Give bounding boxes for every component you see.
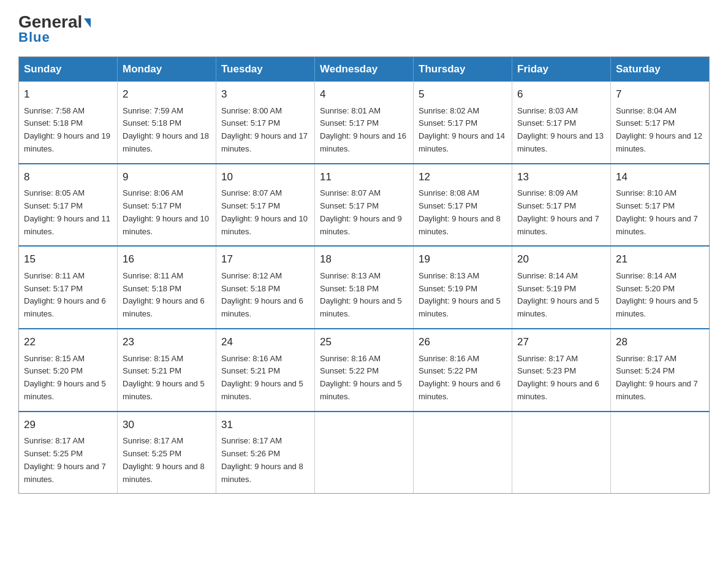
day-number: 20: [517, 251, 605, 267]
day-info: Sunrise: 8:07 AMSunset: 5:17 PMDaylight:…: [320, 188, 402, 236]
day-cell: 22 Sunrise: 8:15 AMSunset: 5:20 PMDaylig…: [19, 329, 118, 412]
day-of-week-friday: Friday: [512, 57, 611, 82]
day-cell: 8 Sunrise: 8:05 AMSunset: 5:17 PMDayligh…: [19, 164, 118, 247]
day-info: Sunrise: 8:16 AMSunset: 5:22 PMDaylight:…: [320, 354, 402, 401]
day-cell: 9 Sunrise: 8:06 AMSunset: 5:17 PMDayligh…: [118, 164, 216, 247]
day-info: Sunrise: 8:16 AMSunset: 5:22 PMDaylight:…: [419, 354, 501, 401]
day-number: 2: [123, 86, 211, 102]
week-row-3: 15 Sunrise: 8:11 AMSunset: 5:17 PMDaylig…: [19, 246, 710, 329]
day-number: 7: [616, 86, 704, 102]
day-number: 31: [221, 417, 309, 433]
day-info: Sunrise: 8:01 AMSunset: 5:17 PMDaylight:…: [320, 106, 406, 153]
day-cell: [414, 412, 512, 494]
day-cell: 27 Sunrise: 8:17 AMSunset: 5:23 PMDaylig…: [512, 329, 611, 412]
day-number: 27: [517, 334, 605, 350]
logo: General Blue: [18, 12, 91, 45]
day-number: 21: [616, 251, 704, 267]
day-cell: 4 Sunrise: 8:01 AMSunset: 5:17 PMDayligh…: [315, 82, 414, 164]
week-row-1: 1 Sunrise: 7:58 AMSunset: 5:18 PMDayligh…: [19, 82, 710, 164]
day-info: Sunrise: 8:17 AMSunset: 5:23 PMDaylight:…: [517, 354, 599, 401]
day-info: Sunrise: 8:15 AMSunset: 5:21 PMDaylight:…: [123, 354, 205, 401]
day-cell: 15 Sunrise: 8:11 AMSunset: 5:17 PMDaylig…: [19, 246, 118, 329]
day-info: Sunrise: 8:09 AMSunset: 5:17 PMDaylight:…: [517, 188, 599, 236]
day-number: 29: [24, 417, 112, 433]
day-number: 5: [419, 86, 507, 102]
day-cell: 23 Sunrise: 8:15 AMSunset: 5:21 PMDaylig…: [118, 329, 216, 412]
day-header-row: SundayMondayTuesdayWednesdayThursdayFrid…: [19, 57, 710, 82]
day-info: Sunrise: 8:17 AMSunset: 5:24 PMDaylight:…: [616, 354, 698, 401]
calendar-table: SundayMondayTuesdayWednesdayThursdayFrid…: [18, 56, 710, 494]
day-number: 12: [419, 169, 507, 185]
day-cell: 13 Sunrise: 8:09 AMSunset: 5:17 PMDaylig…: [512, 164, 611, 247]
day-info: Sunrise: 8:03 AMSunset: 5:17 PMDaylight:…: [517, 106, 604, 153]
day-of-week-saturday: Saturday: [611, 57, 710, 82]
day-of-week-wednesday: Wednesday: [315, 57, 414, 82]
day-number: 30: [123, 417, 211, 433]
day-cell: 17 Sunrise: 8:12 AMSunset: 5:18 PMDaylig…: [216, 246, 315, 329]
page-header: General Blue: [18, 12, 710, 45]
day-info: Sunrise: 8:16 AMSunset: 5:21 PMDaylight:…: [221, 354, 303, 401]
day-cell: 11 Sunrise: 8:07 AMSunset: 5:17 PMDaylig…: [315, 164, 414, 247]
day-number: 11: [320, 169, 408, 185]
day-info: Sunrise: 8:05 AMSunset: 5:17 PMDaylight:…: [24, 188, 110, 236]
day-number: 24: [221, 334, 309, 350]
calendar-body: 1 Sunrise: 7:58 AMSunset: 5:18 PMDayligh…: [19, 82, 710, 494]
calendar-header: SundayMondayTuesdayWednesdayThursdayFrid…: [19, 57, 710, 82]
day-cell: 7 Sunrise: 8:04 AMSunset: 5:17 PMDayligh…: [611, 82, 710, 164]
day-number: 25: [320, 334, 408, 350]
day-number: 14: [616, 169, 704, 185]
day-of-week-sunday: Sunday: [19, 57, 118, 82]
day-cell: 6 Sunrise: 8:03 AMSunset: 5:17 PMDayligh…: [512, 82, 611, 164]
day-cell: [611, 412, 710, 494]
day-info: Sunrise: 8:17 AMSunset: 5:25 PMDaylight:…: [24, 436, 106, 483]
day-cell: 30 Sunrise: 8:17 AMSunset: 5:25 PMDaylig…: [118, 412, 216, 494]
day-number: 23: [123, 334, 211, 350]
week-row-2: 8 Sunrise: 8:05 AMSunset: 5:17 PMDayligh…: [19, 164, 710, 247]
day-info: Sunrise: 8:10 AMSunset: 5:17 PMDaylight:…: [616, 188, 698, 236]
day-number: 17: [221, 251, 309, 267]
day-info: Sunrise: 8:14 AMSunset: 5:20 PMDaylight:…: [616, 271, 698, 318]
day-number: 4: [320, 86, 408, 102]
day-cell: 20 Sunrise: 8:14 AMSunset: 5:19 PMDaylig…: [512, 246, 611, 329]
day-number: 9: [123, 169, 211, 185]
day-info: Sunrise: 8:17 AMSunset: 5:26 PMDaylight:…: [221, 436, 303, 483]
day-info: Sunrise: 8:11 AMSunset: 5:17 PMDaylight:…: [24, 271, 106, 318]
day-cell: 31 Sunrise: 8:17 AMSunset: 5:26 PMDaylig…: [216, 412, 315, 494]
day-info: Sunrise: 8:06 AMSunset: 5:17 PMDaylight:…: [123, 188, 209, 236]
day-cell: 29 Sunrise: 8:17 AMSunset: 5:25 PMDaylig…: [19, 412, 118, 494]
day-cell: 1 Sunrise: 7:58 AMSunset: 5:18 PMDayligh…: [19, 82, 118, 164]
day-cell: 21 Sunrise: 8:14 AMSunset: 5:20 PMDaylig…: [611, 246, 710, 329]
day-number: 19: [419, 251, 507, 267]
day-cell: 28 Sunrise: 8:17 AMSunset: 5:24 PMDaylig…: [611, 329, 710, 412]
day-info: Sunrise: 8:07 AMSunset: 5:17 PMDaylight:…: [221, 188, 308, 236]
day-cell: 25 Sunrise: 8:16 AMSunset: 5:22 PMDaylig…: [315, 329, 414, 412]
day-info: Sunrise: 8:15 AMSunset: 5:20 PMDaylight:…: [24, 354, 106, 401]
day-cell: [315, 412, 414, 494]
day-number: 1: [24, 86, 112, 102]
day-number: 3: [221, 86, 309, 102]
day-of-week-tuesday: Tuesday: [216, 57, 315, 82]
day-number: 16: [123, 251, 211, 267]
day-number: 22: [24, 334, 112, 350]
day-number: 26: [419, 334, 507, 350]
day-number: 10: [221, 169, 309, 185]
day-cell: 10 Sunrise: 8:07 AMSunset: 5:17 PMDaylig…: [216, 164, 315, 247]
day-number: 6: [517, 86, 605, 102]
logo-line2: Blue: [18, 29, 50, 45]
day-cell: 19 Sunrise: 8:13 AMSunset: 5:19 PMDaylig…: [414, 246, 512, 329]
day-cell: [512, 412, 611, 494]
day-of-week-thursday: Thursday: [414, 57, 512, 82]
day-cell: 14 Sunrise: 8:10 AMSunset: 5:17 PMDaylig…: [611, 164, 710, 247]
day-cell: 16 Sunrise: 8:11 AMSunset: 5:18 PMDaylig…: [118, 246, 216, 329]
day-info: Sunrise: 8:11 AMSunset: 5:18 PMDaylight:…: [123, 271, 205, 318]
day-number: 15: [24, 251, 112, 267]
day-cell: 12 Sunrise: 8:08 AMSunset: 5:17 PMDaylig…: [414, 164, 512, 247]
day-info: Sunrise: 7:59 AMSunset: 5:18 PMDaylight:…: [123, 106, 209, 153]
day-info: Sunrise: 8:17 AMSunset: 5:25 PMDaylight:…: [123, 436, 205, 483]
day-info: Sunrise: 8:13 AMSunset: 5:18 PMDaylight:…: [320, 271, 402, 318]
week-row-4: 22 Sunrise: 8:15 AMSunset: 5:20 PMDaylig…: [19, 329, 710, 412]
day-info: Sunrise: 8:13 AMSunset: 5:19 PMDaylight:…: [419, 271, 501, 318]
day-info: Sunrise: 8:00 AMSunset: 5:17 PMDaylight:…: [221, 106, 308, 153]
day-info: Sunrise: 8:14 AMSunset: 5:19 PMDaylight:…: [517, 271, 599, 318]
day-info: Sunrise: 7:58 AMSunset: 5:18 PMDaylight:…: [24, 106, 110, 153]
